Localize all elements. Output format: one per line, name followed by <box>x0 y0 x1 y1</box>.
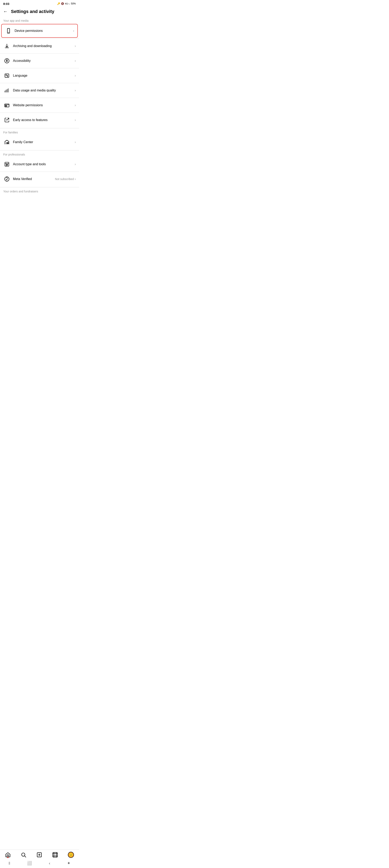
signal-icon: 4G↑↓ <box>65 2 70 5</box>
data-usage-icon <box>3 87 10 94</box>
settings-item-archiving-downloading[interactable]: Archiving and downloading› <box>0 39 79 53</box>
section-label-1: For families <box>0 128 79 136</box>
language-icon <box>3 72 10 79</box>
settings-item-accessibility[interactable]: Accessibility› <box>0 54 79 67</box>
settings-item-language[interactable]: Language› <box>0 69 79 82</box>
archiving-downloading-label: Archiving and downloading <box>13 44 75 48</box>
settings-item-family-center[interactable]: Family Center› <box>0 136 79 149</box>
device-permissions-label: Device permissions <box>14 29 73 33</box>
svg-rect-16 <box>7 164 7 165</box>
divider <box>0 98 79 98</box>
device-permissions-icon <box>5 27 12 34</box>
language-label: Language <box>13 74 75 78</box>
meta-verified-sub: Not subscribed <box>55 178 74 181</box>
meta-verified-chevron: › <box>75 177 76 181</box>
early-access-label: Early access to features <box>13 118 75 122</box>
accessibility-label: Accessibility <box>13 59 75 63</box>
svg-rect-11 <box>5 105 7 106</box>
divider <box>0 113 79 113</box>
back-button[interactable]: ← <box>3 9 8 14</box>
battery-icon: 50% <box>71 2 76 5</box>
website-permissions-label: Website permissions <box>13 103 75 107</box>
divider <box>0 53 79 54</box>
divider <box>0 38 79 39</box>
status-time: 8:03 <box>3 2 9 5</box>
early-access-chevron: › <box>75 118 76 122</box>
data-usage-chevron: › <box>75 89 76 92</box>
archiving-downloading-chevron: › <box>75 44 76 48</box>
section-label-3: Your orders and fundraisers <box>0 187 79 195</box>
settings-item-device-permissions[interactable]: Device permissions› <box>1 24 78 38</box>
status-icons: 🔑 🔇 4G↑↓ 50% <box>57 2 76 5</box>
meta-verified-label: Meta Verified <box>13 177 55 181</box>
divider <box>0 83 79 83</box>
website-permissions-chevron: › <box>75 103 76 107</box>
account-type-label: Account type and tools <box>13 162 75 166</box>
settings-item-account-type[interactable]: Account type and tools› <box>0 158 79 171</box>
section-label-0: Your app and media <box>0 17 79 24</box>
accessibility-icon <box>3 57 10 64</box>
mute-icon: 🔇 <box>61 2 64 5</box>
divider <box>0 172 79 172</box>
meta-verified-icon <box>3 175 10 183</box>
settings-item-website-permissions[interactable]: Website permissions› <box>0 99 79 112</box>
accessibility-chevron: › <box>75 59 76 63</box>
section-label-2: For professionals <box>0 150 79 158</box>
page-title: Settings and activity <box>11 9 54 14</box>
svg-point-4 <box>6 60 7 60</box>
device-permissions-chevron: › <box>73 29 74 33</box>
key-icon: 🔑 <box>57 2 60 5</box>
website-permissions-icon <box>3 101 10 109</box>
account-type-icon <box>3 161 10 168</box>
settings-list: Your app and mediaDevice permissions›Arc… <box>0 17 79 195</box>
settings-item-early-access[interactable]: Early access to features› <box>0 114 79 126</box>
family-center-chevron: › <box>75 140 76 144</box>
data-usage-label: Data usage and media quality <box>13 89 75 92</box>
archiving-downloading-icon <box>3 42 10 50</box>
settings-item-meta-verified[interactable]: Meta VerifiedNot subscribed› <box>0 173 79 186</box>
account-type-chevron: › <box>75 162 76 166</box>
status-bar: 8:03 🔑 🔇 4G↑↓ 50% <box>0 0 79 6</box>
page-header: ← Settings and activity <box>0 6 79 17</box>
early-access-icon <box>3 116 10 124</box>
language-chevron: › <box>75 74 76 78</box>
family-center-icon <box>3 138 10 146</box>
divider <box>0 68 79 68</box>
settings-item-data-usage[interactable]: Data usage and media quality› <box>0 84 79 97</box>
family-center-label: Family Center <box>13 140 75 144</box>
